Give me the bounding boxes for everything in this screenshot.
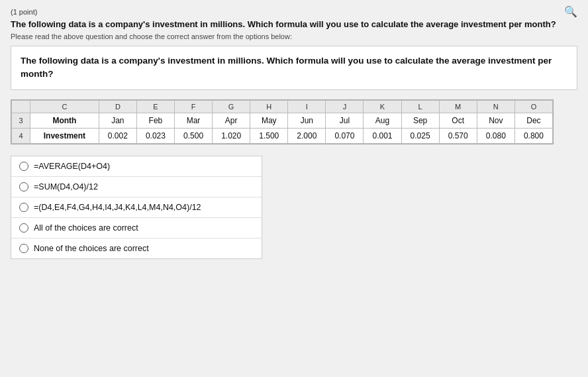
- cell-r4-c2: 0.500: [175, 128, 213, 143]
- option-item-opt4[interactable]: All of the choices are correct: [11, 218, 262, 239]
- col-header-K: K: [364, 100, 401, 113]
- options-container: =AVERAGE(D4+O4)=SUM(D4,O4)/12=(D4,E4,F4,…: [11, 156, 262, 259]
- cell-r4-c7: 0.001: [364, 128, 401, 143]
- col-header-I: I: [288, 100, 326, 113]
- col-header-N: N: [477, 100, 514, 113]
- cell-r3-c9: Oct: [439, 113, 477, 128]
- col-header-D: D: [99, 100, 136, 113]
- option-item-opt3[interactable]: =(D4,E4,F4,G4,H4,I4,J4,K4,L4,M4,N4,O4)/1…: [11, 197, 262, 218]
- cell-r4-c4: 1.500: [250, 128, 288, 143]
- row-number-3: 3: [12, 113, 30, 128]
- option-label-opt3: =(D4,E4,F4,G4,H4,I4,J4,K4,L4,M4,N4,O4)/1…: [34, 203, 201, 212]
- col-header-G: G: [213, 100, 250, 113]
- main-question-text: The following data is a company's invest…: [11, 19, 556, 30]
- data-table: CDEFGHIJKLMNO 3MonthJanFebMarAprMayJunJu…: [11, 100, 553, 144]
- row-label-investment: Investment: [30, 128, 99, 143]
- cell-r3-c4: May: [250, 113, 288, 128]
- cell-r3-c3: Apr: [213, 113, 250, 128]
- cell-r3-c11: Dec: [514, 113, 552, 128]
- cell-r3-c2: Mar: [175, 113, 213, 128]
- option-item-opt1[interactable]: =AVERAGE(D4+O4): [11, 156, 262, 177]
- option-label-opt4: All of the choices are correct: [34, 223, 138, 233]
- col-header-rownum: [12, 100, 30, 113]
- cell-r3-c8: Sep: [401, 113, 439, 128]
- col-header-L: L: [401, 100, 439, 113]
- cell-r4-c9: 0.570: [439, 128, 477, 143]
- col-header-H: H: [250, 100, 288, 113]
- option-radio-opt5[interactable]: [19, 244, 28, 253]
- cell-r3-c1: Feb: [136, 113, 174, 128]
- option-label-opt1: =AVERAGE(D4+O4): [34, 162, 110, 171]
- option-item-opt5[interactable]: None of the choices are correct: [11, 239, 262, 258]
- option-radio-opt2[interactable]: [19, 182, 28, 191]
- cell-r3-c0: Jan: [99, 113, 136, 128]
- question-box: The following data is a company's invest…: [11, 46, 577, 90]
- cell-r4-c1: 0.023: [136, 128, 174, 143]
- cell-r4-c8: 0.025: [401, 128, 439, 143]
- cell-r4-c6: 0.070: [326, 128, 364, 143]
- option-label-opt5: None of the choices are correct: [34, 244, 149, 253]
- cell-r4-c10: 0.080: [477, 128, 514, 143]
- cell-r3-c6: Jul: [326, 113, 364, 128]
- option-label-opt2: =SUM(D4,O4)/12: [34, 182, 98, 191]
- cell-r3-c10: Nov: [477, 113, 514, 128]
- point-label: (1 point): [11, 8, 556, 16]
- cell-r3-c7: Aug: [364, 113, 401, 128]
- table-row: 4Investment0.0020.0230.5001.0201.5002.00…: [12, 128, 553, 143]
- cell-r3-c5: Jun: [288, 113, 326, 128]
- search-icon[interactable]: 🔍: [564, 5, 577, 18]
- col-header-E: E: [136, 100, 174, 113]
- col-header-J: J: [326, 100, 364, 113]
- cell-r4-c5: 2.000: [288, 128, 326, 143]
- row-number-4: 4: [12, 128, 30, 143]
- option-radio-opt3[interactable]: [19, 203, 28, 212]
- spreadsheet-wrapper: CDEFGHIJKLMNO 3MonthJanFebMarAprMayJunJu…: [11, 99, 554, 144]
- cell-r4-c3: 1.020: [213, 128, 250, 143]
- col-header-C: C: [30, 100, 99, 113]
- row-label-month: Month: [30, 113, 99, 128]
- option-item-opt2[interactable]: =SUM(D4,O4)/12: [11, 177, 262, 197]
- cell-r4-c11: 0.800: [514, 128, 552, 143]
- subtext: Please read the above question and choos…: [11, 32, 556, 40]
- option-radio-opt4[interactable]: [19, 223, 28, 233]
- col-header-M: M: [439, 100, 477, 113]
- col-header-F: F: [175, 100, 213, 113]
- table-row: 3MonthJanFebMarAprMayJunJulAugSepOctNovD…: [12, 113, 553, 128]
- col-header-O: O: [514, 100, 552, 113]
- option-radio-opt1[interactable]: [19, 162, 28, 171]
- cell-r4-c0: 0.002: [99, 128, 136, 143]
